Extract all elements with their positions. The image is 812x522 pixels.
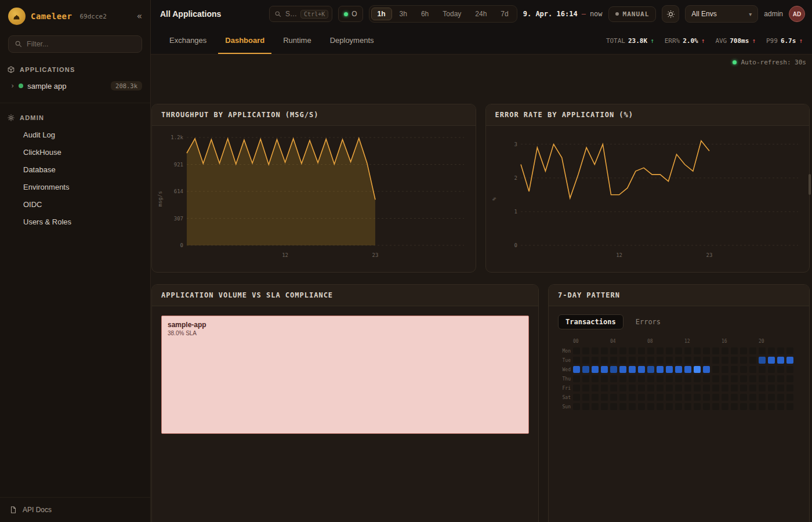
heatmap-cell[interactable] (629, 403, 636, 410)
heatmap-cell[interactable] (749, 357, 756, 364)
heatmap-cell[interactable] (759, 375, 766, 382)
time-range-6h[interactable]: 6h (415, 8, 435, 20)
heatmap-cell[interactable] (786, 403, 793, 410)
environment-select[interactable]: All Envs ▾ (685, 5, 758, 23)
sidebar-item-sample-app[interactable]: › sample app 208.3k (0, 77, 150, 95)
heatmap-cell[interactable] (629, 357, 636, 364)
heatmap-cell[interactable] (601, 385, 608, 392)
heatmap-cell[interactable] (712, 366, 719, 373)
manual-refresh-button[interactable]: MANUAL (608, 6, 657, 22)
heatmap-cell[interactable] (786, 357, 793, 364)
heatmap-cell[interactable] (777, 403, 784, 410)
heatmap-cell[interactable] (740, 366, 747, 373)
heatmap-cell[interactable] (749, 375, 756, 382)
heatmap-cell[interactable] (722, 375, 728, 382)
heatmap-cell[interactable] (573, 366, 580, 373)
heatmap-cell[interactable] (703, 403, 710, 410)
heatmap-cell[interactable] (749, 385, 756, 392)
heatmap-cell[interactable] (675, 385, 682, 392)
tab-runtime[interactable]: Runtime (276, 28, 318, 54)
heatmap-cell[interactable] (684, 403, 691, 410)
heatmap-cell[interactable] (759, 403, 766, 410)
heatmap-cell[interactable] (582, 366, 589, 373)
heatmap-cell[interactable] (703, 366, 710, 373)
heatmap-cell[interactable] (592, 385, 599, 392)
heatmap-cell[interactable] (647, 357, 654, 364)
heatmap-cell[interactable] (657, 357, 664, 364)
heatmap-cell[interactable] (629, 394, 636, 401)
heatmap-cell[interactable] (703, 347, 710, 354)
heatmap-cell[interactable] (573, 385, 580, 392)
scrollbar-thumb[interactable] (809, 174, 811, 195)
heatmap-cell[interactable] (647, 375, 654, 382)
heatmap-cell[interactable] (731, 403, 738, 410)
heatmap-cell[interactable] (712, 357, 719, 364)
api-docs-link[interactable]: API Docs (0, 497, 150, 522)
heatmap-cell[interactable] (647, 403, 654, 410)
heatmap-cell[interactable] (619, 366, 626, 373)
heatmap-cell[interactable] (749, 403, 756, 410)
heatmap-cell[interactable] (592, 403, 599, 410)
sidebar-item-database[interactable]: Database (0, 161, 150, 179)
heatmap-cell[interactable] (694, 394, 701, 401)
theme-toggle-button[interactable] (662, 5, 679, 23)
heatmap-cell[interactable] (638, 375, 645, 382)
heatmap-cell[interactable] (601, 366, 608, 373)
heatmap-cell[interactable] (731, 385, 738, 392)
heatmap-cell[interactable] (768, 385, 775, 392)
heatmap-cell[interactable] (777, 385, 784, 392)
heatmap-cell[interactable] (666, 366, 673, 373)
heatmap-cell[interactable] (768, 357, 775, 364)
heatmap-cell[interactable] (675, 394, 682, 401)
heatmap-cell[interactable] (722, 403, 728, 410)
heatmap-cell[interactable] (647, 366, 654, 373)
heatmap-cell[interactable] (712, 347, 719, 354)
heatmap-cell[interactable] (684, 357, 691, 364)
heatmap-cell[interactable] (582, 347, 589, 354)
heatmap-cell[interactable] (657, 403, 664, 410)
heatmap-cell[interactable] (582, 385, 589, 392)
heatmap-cell[interactable] (722, 347, 728, 354)
heatmap-cell[interactable] (619, 375, 626, 382)
heatmap-cell[interactable] (610, 375, 617, 382)
heatmap-cell[interactable] (666, 347, 673, 354)
heatmap-cell[interactable] (749, 366, 756, 373)
heatmap-cell[interactable] (731, 375, 738, 382)
heatmap-cell[interactable] (786, 375, 793, 382)
heatmap-cell[interactable] (703, 375, 710, 382)
tab-exchanges[interactable]: Exchanges (162, 28, 213, 54)
heatmap-cell[interactable] (629, 375, 636, 382)
heatmap-cell[interactable] (768, 375, 775, 382)
heatmap-cell[interactable] (786, 347, 793, 354)
heatmap-cell[interactable] (592, 357, 599, 364)
time-range-24h[interactable]: 24h (469, 8, 493, 20)
heatmap-cell[interactable] (675, 357, 682, 364)
heatmap-cell[interactable] (666, 403, 673, 410)
heatmap-cell[interactable] (786, 385, 793, 392)
heatmap-cell[interactable] (759, 394, 766, 401)
heatmap-cell[interactable] (592, 366, 599, 373)
heatmap-cell[interactable] (666, 385, 673, 392)
heatmap-cell[interactable] (601, 347, 608, 354)
heatmap-cell[interactable] (647, 394, 654, 401)
user-avatar[interactable]: AD (789, 6, 805, 22)
heatmap-cell[interactable] (666, 394, 673, 401)
heatmap-cell[interactable] (610, 385, 617, 392)
sidebar-item-users-roles[interactable]: Users & Roles (0, 213, 150, 231)
heatmap-cell[interactable] (759, 347, 766, 354)
heatmap-cell[interactable] (629, 366, 636, 373)
sidebar-item-audit-log[interactable]: Audit Log (0, 126, 150, 144)
heatmap-cell[interactable] (573, 403, 580, 410)
time-range-3h[interactable]: 3h (393, 8, 414, 20)
heatmap-cell[interactable] (619, 385, 626, 392)
heatmap-cell[interactable] (657, 394, 664, 401)
heatmap-cell[interactable] (629, 385, 636, 392)
heatmap-cell[interactable] (768, 347, 775, 354)
heatmap-cell[interactable] (610, 357, 617, 364)
heatmap-cell[interactable] (619, 347, 626, 354)
heatmap-cell[interactable] (657, 375, 664, 382)
time-range-7d[interactable]: 7d (494, 8, 514, 20)
heatmap-cell[interactable] (601, 357, 608, 364)
tab-deployments[interactable]: Deployments (323, 28, 381, 54)
heatmap-cell[interactable] (675, 347, 682, 354)
